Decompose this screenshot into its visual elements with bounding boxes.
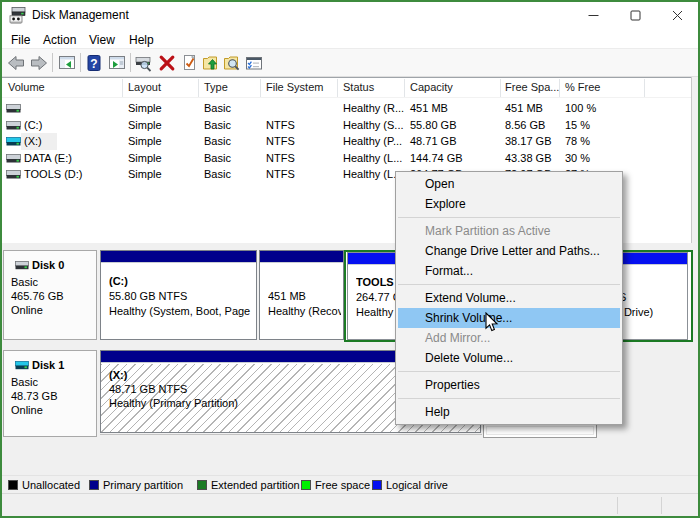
partition-c[interactable]: (C:) 55.80 GB NTFS Healthy (System, Boot…	[100, 250, 257, 340]
free-space-color-chip	[301, 480, 311, 490]
delete-icon[interactable]	[158, 54, 176, 72]
close-icon	[672, 10, 683, 21]
menu-item-mark-partition-active: Mark Partition as Active	[396, 221, 622, 241]
column-header-layout[interactable]: Layout	[128, 81, 161, 93]
legend-bar: Unallocated Primary partition Extended p…	[2, 475, 698, 493]
volume-icon-selected	[6, 136, 21, 147]
disk1-status: Online	[11, 404, 43, 416]
disk-icon	[15, 261, 29, 270]
menu-item-format[interactable]: Format...	[396, 261, 622, 281]
menu-item-change-drive-letter[interactable]: Change Drive Letter and Paths...	[396, 241, 622, 261]
forward-icon[interactable]	[30, 54, 48, 72]
header-divider[interactable]	[644, 79, 645, 97]
partition-color-bar	[260, 251, 343, 263]
view-list-icon[interactable]	[245, 54, 263, 72]
disk-management-app-icon	[8, 5, 28, 25]
header-divider[interactable]	[559, 79, 560, 97]
back-icon[interactable]	[7, 54, 25, 72]
menu-separator	[396, 281, 622, 288]
show-console-tree-icon[interactable]	[58, 54, 76, 72]
column-headers: Volume Layout Type File System Status Ca…	[2, 78, 691, 98]
menu-item-add-mirror: Add Mirror...	[396, 328, 622, 348]
header-divider[interactable]	[198, 79, 199, 97]
legend-logical-drive: Logical drive	[372, 479, 448, 491]
legend-unallocated: Unallocated	[8, 479, 80, 491]
status-bar	[2, 493, 698, 516]
maximize-button[interactable]	[620, 2, 650, 28]
maximize-icon	[630, 10, 641, 21]
volume-row-data[interactable]: DATA (E:) Simple Basic NTFS Healthy (L..…	[2, 150, 691, 167]
header-divider[interactable]	[500, 79, 501, 97]
header-divider[interactable]	[404, 79, 405, 97]
properties-icon[interactable]	[181, 54, 199, 72]
disk0-status: Online	[11, 304, 43, 316]
disk-icon-selected	[15, 361, 29, 370]
volume-icon	[6, 120, 21, 131]
partition-color-bar	[101, 251, 256, 263]
volume-icon	[6, 169, 21, 180]
volume-icon	[6, 153, 21, 164]
header-divider[interactable]	[260, 79, 261, 97]
disk0-title: Disk 0	[15, 259, 64, 271]
menu-item-open[interactable]: Open	[396, 174, 622, 194]
disk1-block-shadow-line	[100, 434, 482, 435]
menu-item-shrink-volume[interactable]: Shrink Volume...	[398, 308, 620, 328]
column-header-file-system[interactable]: File System	[266, 81, 323, 93]
disk1-info-panel[interactable]: Disk 1 Basic 48.73 GB Online	[3, 350, 97, 437]
menu-item-help[interactable]: Help	[396, 402, 622, 422]
up-folder-icon[interactable]	[202, 54, 220, 72]
volume-row-c[interactable]: (C:) Simple Basic NTFS Healthy (S... 55.…	[2, 117, 691, 134]
disk0-type: Basic	[11, 276, 38, 288]
menu-help[interactable]: Help	[129, 33, 154, 47]
disk0-info-panel[interactable]: Disk 0 Basic 465.76 GB Online	[3, 250, 97, 340]
right-gutter	[691, 77, 698, 243]
toolbar: ?	[2, 48, 698, 77]
help-icon[interactable]: ?	[85, 54, 103, 72]
menu-separator	[396, 214, 622, 221]
column-header-status[interactable]: Status	[343, 81, 374, 93]
minimize-icon	[588, 10, 599, 21]
statusbar-divider	[661, 497, 662, 514]
toolbar-separator	[52, 53, 53, 72]
partition-context-menu: Open Explore Mark Partition as Active Ch…	[395, 171, 623, 425]
menu-item-explore[interactable]: Explore	[396, 194, 622, 214]
minimize-button[interactable]	[578, 2, 608, 28]
menu-item-delete-volume[interactable]: Delete Volume...	[396, 348, 622, 368]
menu-separator	[396, 368, 622, 375]
disk1-size: 48.73 GB	[11, 390, 57, 402]
toolbar-separator	[80, 53, 81, 72]
show-action-pane-icon[interactable]	[108, 54, 126, 72]
column-header-free-space[interactable]: Free Spa...	[505, 81, 559, 93]
column-header-type[interactable]: Type	[204, 81, 228, 93]
header-divider[interactable]	[122, 79, 123, 97]
menu-item-properties[interactable]: Properties	[396, 375, 622, 395]
volume-row-recovery[interactable]: Simple Basic Healthy (R... 451 MB 451 MB…	[2, 100, 691, 117]
legend-extended-partition: Extended partition	[197, 479, 300, 491]
statusbar-divider	[617, 497, 618, 514]
menu-action[interactable]: Action	[43, 33, 76, 47]
scrollbar-thumb[interactable]	[483, 423, 597, 438]
column-header-volume[interactable]: Volume	[8, 81, 45, 93]
disk1-title: Disk 1	[15, 359, 64, 371]
column-header-capacity[interactable]: Capacity	[410, 81, 453, 93]
find-folder-icon[interactable]	[223, 54, 241, 72]
menu-file[interactable]: File	[11, 33, 30, 47]
disk-management-window: Disk Management File Action View Help	[0, 0, 700, 518]
close-button[interactable]	[662, 2, 692, 28]
unallocated-color-chip	[8, 480, 18, 490]
partition-recovery[interactable]: 451 MB Healthy (Recov	[259, 250, 344, 340]
menu-item-extend-volume[interactable]: Extend Volume...	[396, 288, 622, 308]
window-title: Disk Management	[32, 8, 129, 22]
menu-separator	[396, 395, 622, 402]
volume-row-x-selected[interactable]: (X:) Simple Basic NTFS Healthy (P... 48.…	[2, 133, 691, 150]
menu-view[interactable]: View	[89, 33, 115, 47]
window-inner: Disk Management File Action View Help	[2, 2, 698, 516]
column-header-pct-free[interactable]: % Free	[565, 81, 600, 93]
legend-primary-partition: Primary partition	[89, 479, 183, 491]
header-divider[interactable]	[337, 79, 338, 97]
extended-partition-color-chip	[197, 480, 207, 490]
legend-free-space: Free space	[301, 479, 370, 491]
disk1-type: Basic	[11, 376, 38, 388]
rescan-disks-icon[interactable]	[135, 54, 153, 72]
disk0-size: 465.76 GB	[11, 290, 64, 302]
